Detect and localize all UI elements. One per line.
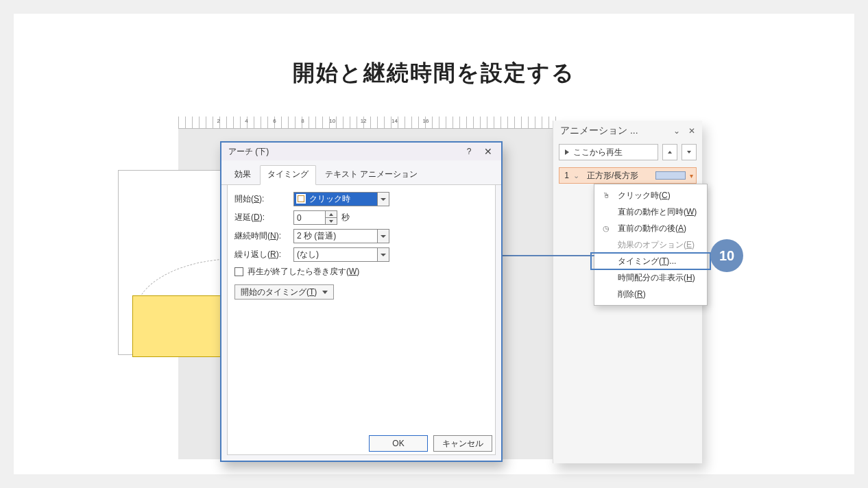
item-index: 1 (562, 171, 569, 180)
menu-effect-options[interactable]: 効果のオプション(E) (594, 236, 707, 253)
delay-spinner[interactable]: 0 (293, 210, 337, 225)
step-badge: 10 (710, 239, 743, 272)
timing-dialog: アーチ (下) ? ✕ 効果 タイミング テキスト アニメーション 開始(S):… (220, 141, 503, 462)
page-heading: 開始と継続時間を設定する (14, 58, 854, 88)
tab-effect[interactable]: 効果 (227, 165, 258, 185)
chevron-down-icon[interactable]: ⌄ (669, 126, 684, 136)
delay-unit: 秒 (341, 212, 350, 223)
repeat-combo[interactable]: (なし) (293, 247, 389, 262)
clock-icon: ◷ (600, 224, 612, 233)
menu-after-previous[interactable]: ◷ 直前の動作の後(A) (594, 220, 707, 236)
mouse-icon (296, 194, 306, 204)
spin-up[interactable] (326, 211, 337, 218)
menu-timing[interactable]: タイミング(T)... (594, 253, 707, 269)
ok-button[interactable]: OK (369, 435, 428, 452)
checkbox-icon (234, 267, 243, 276)
help-button[interactable]: ? (460, 145, 478, 158)
mouse-icon: 🖱 (600, 191, 612, 199)
play-label: ここから再生 (573, 147, 623, 158)
close-icon[interactable]: ✕ (684, 126, 699, 136)
context-menu: 🖱 クリック時(C) 直前の動作と同時(W) ◷ 直前の動作の後(A) 効果のオ… (594, 184, 708, 306)
play-from-here-button[interactable]: ここから再生 (559, 144, 658, 160)
spin-down[interactable] (326, 218, 337, 224)
animation-list-item[interactable]: 1 ⌄ 正方形/長方形 ▾ (559, 167, 697, 184)
menu-delete[interactable]: 削除(R) (594, 286, 707, 302)
delay-label: 遅延(D): (234, 212, 289, 223)
chevron-down-icon[interactable] (377, 230, 389, 243)
duration-combo[interactable]: 2 秒 (普通) (293, 229, 389, 243)
start-combo[interactable]: クリック時 (293, 192, 389, 206)
horizontal-ruler: 42 246 81012 1416 (178, 117, 562, 129)
menu-hide-timeline[interactable]: 時間配分の非表示(H) (594, 269, 707, 286)
duration-label: 継続時間(N): (234, 230, 289, 242)
move-up-button[interactable] (662, 144, 677, 160)
item-name: 正方形/長方形 (587, 170, 651, 182)
timing-bar (655, 171, 686, 180)
chevron-down-icon (322, 291, 328, 294)
chevron-down-icon[interactable] (377, 248, 389, 261)
menu-on-click[interactable]: 🖱 クリック時(C) (594, 187, 707, 204)
item-dropdown-icon[interactable]: ▾ (690, 172, 693, 180)
start-timing-expand[interactable]: 開始のタイミング(T) (234, 284, 334, 300)
start-label: 開始(S): (234, 193, 289, 205)
tab-timing[interactable]: タイミング (260, 165, 316, 185)
pane-title: アニメーション ... (560, 125, 638, 137)
mouse-icon: ⌄ (573, 171, 583, 180)
close-button[interactable]: ✕ (479, 145, 497, 158)
move-down-button[interactable] (682, 144, 697, 160)
menu-with-previous[interactable]: 直前の動作と同時(W) (594, 204, 707, 220)
play-icon (565, 149, 569, 155)
dialog-title: アーチ (下) (228, 146, 269, 158)
tab-text-animation[interactable]: テキスト アニメーション (317, 165, 425, 185)
cancel-button[interactable]: キャンセル (433, 435, 492, 452)
chevron-down-icon[interactable] (377, 193, 389, 206)
repeat-label: 繰り返し(R): (234, 249, 289, 260)
rewind-checkbox[interactable]: 再生が終了したら巻き戻す(W) (234, 266, 488, 278)
